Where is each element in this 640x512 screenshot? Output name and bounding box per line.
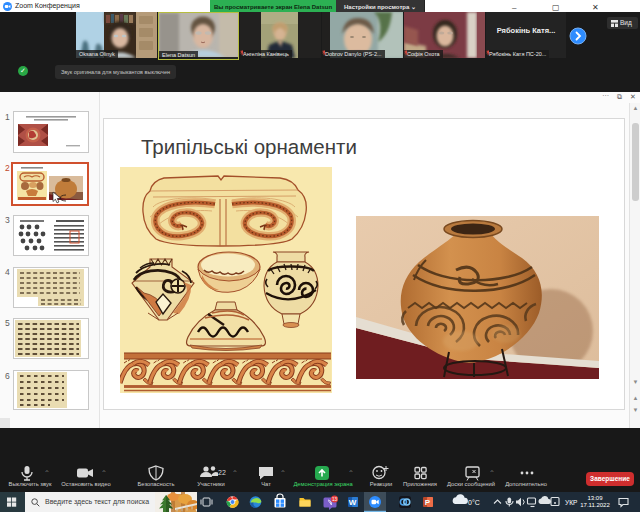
- svg-text:22: 22: [218, 469, 226, 476]
- svg-text:0°C: 0°C: [468, 499, 480, 506]
- svg-text:13: 13: [332, 497, 338, 502]
- svg-text:P: P: [425, 498, 431, 507]
- svg-text:УКР: УКР: [565, 499, 577, 506]
- svg-text:W: W: [349, 498, 357, 507]
